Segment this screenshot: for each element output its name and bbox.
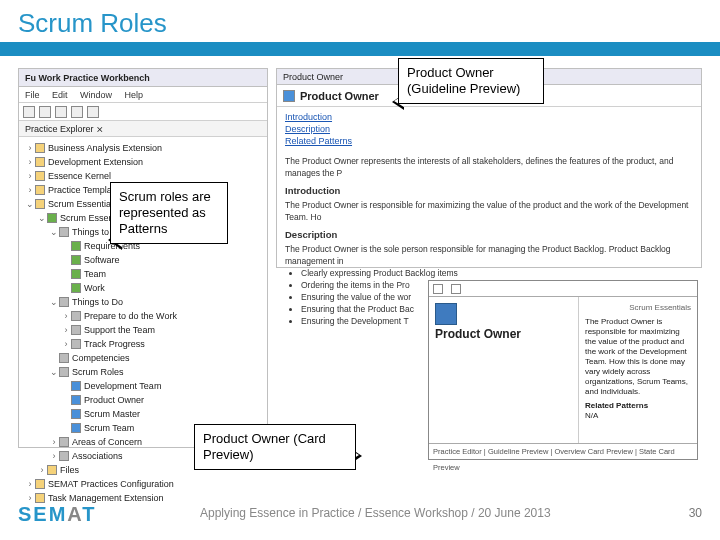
tree-item[interactable]: Work (25, 281, 263, 295)
folder-icon (35, 143, 45, 153)
link-introduction[interactable]: Introduction (285, 111, 693, 123)
guideline-text: The Product Owner is the sole person res… (285, 243, 693, 267)
tree-item[interactable]: Software (25, 253, 263, 267)
menubar[interactable]: File Edit Window Help (19, 87, 267, 103)
tree-item[interactable]: ›Prepare to do the Work (25, 309, 263, 323)
pattern-icon (71, 395, 81, 405)
guideline-links: Introduction Description Related Pattern… (277, 107, 701, 151)
bullet: Clearly expressing Product Backlog items (301, 267, 693, 279)
card-preview-panel: Product Owner Scrum Essentials The Produ… (428, 280, 698, 460)
alpha-icon (71, 241, 81, 251)
explorer-tab[interactable]: Practice Explorer ⨯ (19, 121, 267, 137)
practice-explorer-window: Fu Work Practice Workbench File Edit Win… (18, 68, 268, 448)
card-view-tabs[interactable]: Practice Editor | Guideline Preview | Ov… (429, 443, 697, 459)
group-icon (59, 297, 69, 307)
alpha-icon (71, 269, 81, 279)
guideline-summary: The Product Owner represents the interes… (285, 155, 693, 179)
menu-file[interactable]: File (25, 90, 40, 100)
tree-item[interactable]: ⌄Things to Do (25, 295, 263, 309)
pattern-icon (435, 303, 457, 325)
pattern-icon (71, 381, 81, 391)
practice-icon (47, 213, 57, 223)
alpha-icon (71, 283, 81, 293)
toolbar (19, 103, 267, 121)
tree-item[interactable]: ›Essence Kernel (25, 169, 263, 183)
card-front: Product Owner (429, 297, 579, 443)
tree-item[interactable]: ›Development Extension (25, 155, 263, 169)
group-icon (59, 437, 69, 447)
tree-item-scrum-roles[interactable]: ⌄Scrum Roles (25, 365, 263, 379)
folder-icon (35, 493, 45, 503)
card-related-value: N/A (585, 411, 691, 421)
folder-icon (35, 171, 45, 181)
page-number: 30 (689, 506, 702, 520)
guideline-text: The Product Owner is responsible for max… (285, 199, 693, 223)
toolbar-icon[interactable] (87, 106, 99, 118)
title-underline (0, 42, 720, 56)
folder-icon (47, 465, 57, 475)
link-description[interactable]: Description (285, 123, 693, 135)
tree-item[interactable]: ›SEMAT Practices Configuration (25, 477, 263, 491)
toolbar-icon[interactable] (39, 106, 51, 118)
card-body-text: The Product Owner is responsible for max… (585, 317, 691, 397)
tree-item[interactable]: Team (25, 267, 263, 281)
tree-item[interactable]: Scrum Master (25, 407, 263, 421)
tree-item[interactable]: ›Support the Team (25, 323, 263, 337)
folder-icon (35, 479, 45, 489)
semat-logo: SEMAT (18, 503, 97, 526)
slide-title: Scrum Roles (18, 8, 167, 39)
pattern-icon (283, 90, 295, 102)
card-title: Product Owner (435, 329, 572, 340)
toolbar-icon[interactable] (55, 106, 67, 118)
activity-icon (71, 325, 81, 335)
folder-icon (35, 185, 45, 195)
callout-scrum-roles: Scrum roles are represented as Patterns (110, 182, 228, 244)
folder-icon (35, 199, 45, 209)
pattern-icon (71, 409, 81, 419)
folder-icon (35, 157, 45, 167)
tree-item[interactable]: ›Track Progress (25, 337, 263, 351)
group-icon (59, 227, 69, 237)
toolbar-icon[interactable] (23, 106, 35, 118)
section-heading: Description (285, 229, 693, 241)
activity-icon (71, 339, 81, 349)
menu-window[interactable]: Window (80, 90, 112, 100)
callout-guideline-preview: Product Owner (Guideline Preview) (398, 58, 544, 104)
alpha-icon (71, 255, 81, 265)
toolbar-icon[interactable] (71, 106, 83, 118)
screenshot-region: Fu Work Practice Workbench File Edit Win… (18, 68, 702, 448)
tree-item-product-owner[interactable]: Product Owner (25, 393, 263, 407)
group-icon (59, 367, 69, 377)
tree-item[interactable]: Development Team (25, 379, 263, 393)
nav-back-icon[interactable] (433, 284, 443, 294)
card-details: Scrum Essentials The Product Owner is re… (579, 297, 697, 443)
nav-fwd-icon[interactable] (451, 284, 461, 294)
window-title: Fu Work Practice Workbench (19, 69, 267, 87)
footer-text: Applying Essence in Practice / Essence W… (200, 506, 551, 520)
link-related-patterns[interactable]: Related Patterns (285, 135, 693, 147)
card-related-heading: Related Patterns (585, 401, 691, 411)
guideline-title: Product Owner (300, 90, 379, 102)
activity-icon (71, 311, 81, 321)
tree-item[interactable]: Competencies (25, 351, 263, 365)
group-icon (59, 353, 69, 363)
callout-card-preview: Product Owner (Card Preview) (194, 424, 356, 470)
menu-help[interactable]: Help (125, 90, 144, 100)
tree-item[interactable]: ›Business Analysis Extension (25, 141, 263, 155)
card-practice-label: Scrum Essentials (585, 303, 691, 313)
section-heading: Introduction (285, 185, 693, 197)
card-toolbar (429, 281, 697, 297)
group-icon (59, 451, 69, 461)
pattern-icon (71, 423, 81, 433)
menu-edit[interactable]: Edit (52, 90, 68, 100)
